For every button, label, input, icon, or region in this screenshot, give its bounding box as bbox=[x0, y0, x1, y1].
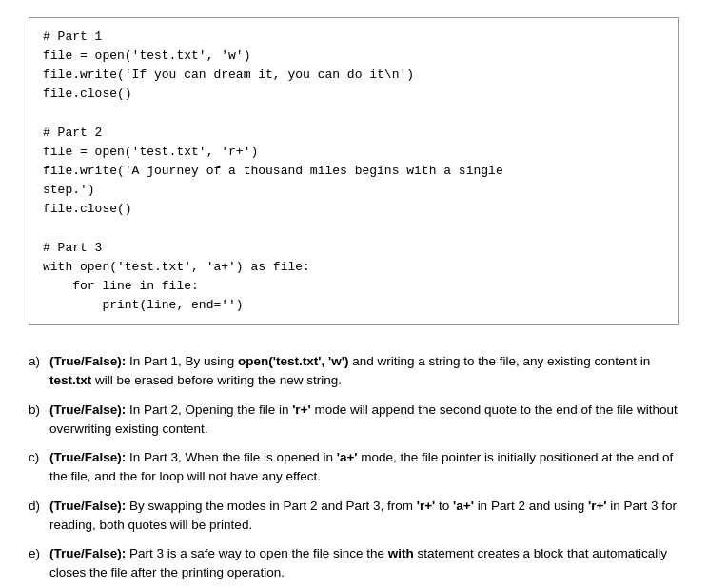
question-d-text: (True/False): By swapping the modes in P… bbox=[49, 497, 679, 536]
question-a-prefix: (True/False): bbox=[49, 354, 126, 368]
question-a-label: a) bbox=[29, 352, 49, 371]
code-block: # Part 1 file = open('test.txt', 'w') fi… bbox=[29, 17, 679, 325]
question-d-code3: 'r+' bbox=[588, 499, 607, 513]
question-a-code2: test.txt bbox=[49, 373, 91, 387]
question-c-label: c) bbox=[29, 448, 49, 467]
question-d-label: d) bbox=[29, 497, 49, 516]
question-b-prefix: (True/False): bbox=[49, 402, 126, 417]
question-c-text: (True/False): In Part 3, When the file i… bbox=[49, 448, 679, 487]
question-b-text: (True/False): In Part 2, Opening the fil… bbox=[49, 401, 679, 440]
question-c-prefix: (True/False): bbox=[49, 450, 126, 464]
question-d: d) (True/False): By swapping the modes i… bbox=[29, 497, 679, 536]
question-e-label: e) bbox=[29, 544, 49, 563]
question-d-prefix: (True/False): bbox=[49, 499, 126, 513]
code-container: # Part 1 file = open('test.txt', 'w') fi… bbox=[29, 17, 679, 325]
question-c: c) (True/False): In Part 3, When the fil… bbox=[29, 448, 679, 487]
question-b-code1: 'r+' bbox=[292, 402, 311, 417]
question-e-code1: with bbox=[388, 546, 414, 560]
question-e: e) (True/False): Part 3 is a safe way to… bbox=[29, 544, 679, 583]
question-a-code1: open('test.txt', 'w') bbox=[238, 354, 348, 368]
question-b: b) (True/False): In Part 2, Opening the … bbox=[29, 401, 679, 440]
questions-list: a) (True/False): In Part 1, By using ope… bbox=[29, 352, 679, 583]
question-e-prefix: (True/False): bbox=[49, 546, 126, 560]
question-d-code1: 'r+' bbox=[417, 499, 436, 513]
question-d-code2: 'a+' bbox=[453, 499, 474, 513]
question-a-text: (True/False): In Part 1, By using open('… bbox=[49, 352, 679, 391]
question-e-text: (True/False): Part 3 is a safe way to op… bbox=[49, 544, 679, 583]
question-c-code1: 'a+' bbox=[337, 450, 358, 464]
question-a: a) (True/False): In Part 1, By using ope… bbox=[29, 352, 679, 391]
question-b-label: b) bbox=[29, 401, 49, 420]
